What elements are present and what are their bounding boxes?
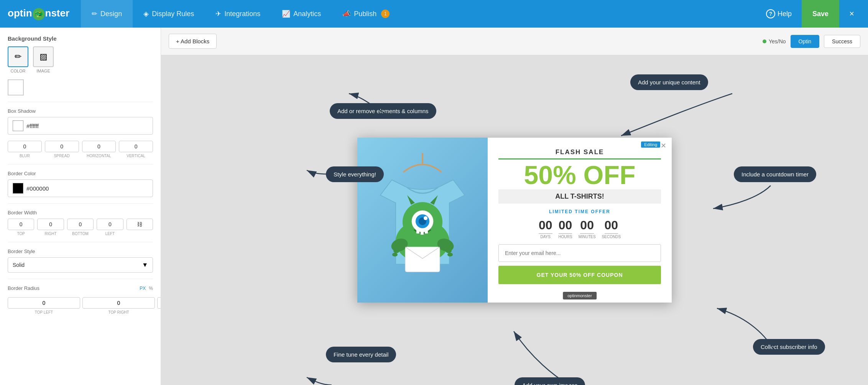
unique-content-bubble: Add your unique content [630, 74, 708, 90]
yes-no-label: Yes/No [769, 38, 786, 44]
svg-point-18 [447, 253, 453, 257]
vertical-label: VERTICAL [127, 154, 145, 158]
tab-integrations[interactable]: ✈ Integrations [205, 0, 271, 28]
logo: optin🐲nster [8, 7, 69, 20]
background-style-label: Background Style [8, 35, 153, 42]
flash-sale-text: FLASH SALE [498, 148, 661, 160]
box-shadow-label: Box Shadow [8, 108, 153, 114]
color-label: COLOR [8, 69, 28, 73]
percent-off-text: 50% OFF [498, 162, 661, 188]
email-input[interactable] [498, 244, 661, 262]
countdown-row: 00 DAYS 00 HOURS 00 MINUTES 00 [498, 218, 661, 239]
optin-tab[interactable]: Optin [791, 35, 819, 48]
days-label: DAYS [540, 235, 551, 239]
border-top-group: TOP [8, 219, 34, 236]
border-right-input[interactable] [37, 219, 64, 230]
own-images-bubble: Add your own images [515, 377, 585, 385]
radius-topright-input[interactable] [82, 297, 155, 309]
editing-badge: Editing [641, 141, 660, 148]
analytics-icon: 📈 [282, 10, 290, 18]
blur-label: BLUR [20, 154, 30, 158]
border-style-value: Solid [13, 262, 25, 268]
logo-text: optin🐲nster [8, 7, 69, 20]
radius-topleft-input[interactable] [8, 297, 80, 309]
tab-design[interactable]: ✏ Design [81, 0, 133, 28]
radius-topleft-group: TOP LEFT [8, 297, 80, 314]
vertical-input[interactable] [119, 141, 153, 152]
radius-bottomright-input[interactable] [157, 297, 161, 309]
main-content: + Add Blocks Yes/No Optin Success [161, 28, 868, 385]
border-color-label: Border Color [8, 171, 153, 176]
style-option-image[interactable]: ▨ IMAGE [33, 46, 54, 73]
image-style-btn[interactable]: ▨ [33, 46, 54, 67]
border-style-label: Border Style [8, 248, 153, 254]
border-color-row[interactable]: #000000 [8, 179, 153, 197]
border-width-row: TOP RIGHT BOTTOM LEFT ⛓ [8, 219, 153, 236]
spread-input[interactable] [45, 141, 79, 152]
blur-input[interactable] [8, 141, 42, 152]
border-bottom-group: BOTTOM [67, 219, 94, 236]
border-radius-row: TOP LEFT TOP RIGHT BOTTOM RIGHT BOTTOM L… [8, 297, 153, 314]
radius-topleft-label: TOP LEFT [35, 310, 53, 314]
tshirt-background [357, 138, 488, 303]
close-button[interactable]: × [843, 0, 860, 28]
border-link-icon[interactable]: ⛓ [127, 219, 153, 230]
border-style-select[interactable]: Solid ▼ [8, 257, 153, 273]
yes-no-badge: Yes/No [763, 38, 786, 44]
tab-display-rules[interactable]: ◈ Display Rules [133, 0, 205, 28]
radius-topright-label: TOP RIGHT [108, 310, 129, 314]
shadow-color-hex: #ffffff [26, 123, 39, 129]
add-blocks-button[interactable]: + Add Blocks [169, 34, 217, 49]
publish-badge: 1 [381, 10, 390, 18]
border-bottom-input[interactable] [67, 219, 94, 230]
border-left-group: LEFT [97, 219, 123, 236]
color-preview[interactable] [8, 79, 24, 95]
countdown-hours: 00 HOURS [559, 218, 572, 239]
horizontal-group: HORIZONTAL [82, 141, 116, 158]
border-left-label: LEFT [105, 232, 115, 236]
popup-content-side: ✕ Editing FLASH SALE 50% OFF ALL T-SHIRT… [488, 138, 672, 303]
color-style-btn[interactable]: ✏ [8, 46, 28, 67]
divider-4 [8, 242, 153, 242]
success-tab[interactable]: Success [824, 35, 860, 48]
publish-icon: 📣 [342, 10, 351, 18]
px-percent-toggle: PX % [140, 286, 153, 291]
px-label[interactable]: PX [140, 286, 146, 291]
countdown-seconds: 00 SECONDS [602, 218, 621, 239]
countdown-days: 00 DAYS [539, 218, 552, 239]
fine-tune-bubble: Fine tune every detail [326, 347, 396, 362]
horizontal-input[interactable] [82, 141, 116, 152]
save-button[interactable]: Save [802, 0, 839, 28]
shadow-color-row[interactable]: #ffffff [8, 117, 153, 135]
coupon-button[interactable]: GET YOUR 50% OFF COUPON [498, 266, 661, 284]
popup-image-side [357, 138, 488, 303]
help-icon[interactable]: ? [766, 9, 775, 18]
border-color-hex: #000000 [26, 185, 49, 192]
style-option-color[interactable]: ✏ COLOR [8, 46, 28, 73]
percent-label[interactable]: % [149, 286, 153, 291]
watermark: optinmonster [563, 292, 597, 299]
shadow-values-row: BLUR SPREAD HORIZONTAL VERTICAL [8, 141, 153, 158]
divider-5 [8, 279, 153, 279]
svg-rect-12 [416, 230, 419, 234]
border-left-input[interactable] [97, 219, 123, 230]
seconds-number: 00 [605, 218, 618, 234]
tab-analytics[interactable]: 📈 Analytics [271, 0, 332, 28]
popup-preview: ✕ Editing FLASH SALE 50% OFF ALL T-SHIRT… [357, 138, 672, 303]
image-label: IMAGE [33, 69, 54, 73]
svg-point-11 [424, 216, 427, 220]
border-top-input[interactable] [8, 219, 34, 230]
divider-2 [8, 164, 153, 165]
minutes-label: MINUTES [579, 235, 596, 239]
popup-close-icon[interactable]: ✕ [661, 141, 666, 150]
collect-subscriber-bubble: Collect subscriber info [753, 339, 825, 355]
tab-publish[interactable]: 📣 Publish 1 [332, 0, 400, 28]
border-link-group: ⛓ [127, 219, 153, 236]
svg-point-16 [392, 253, 398, 257]
days-number: 00 [539, 218, 552, 234]
border-bottom-label: BOTTOM [72, 232, 89, 236]
divider-3 [8, 203, 153, 204]
canvas-area: ✕ Editing FLASH SALE 50% OFF ALL T-SHIRT… [161, 55, 868, 385]
nav-tabs: ✏ Design ◈ Display Rules ✈ Integrations … [81, 0, 760, 28]
spread-label: SPREAD [54, 154, 70, 158]
